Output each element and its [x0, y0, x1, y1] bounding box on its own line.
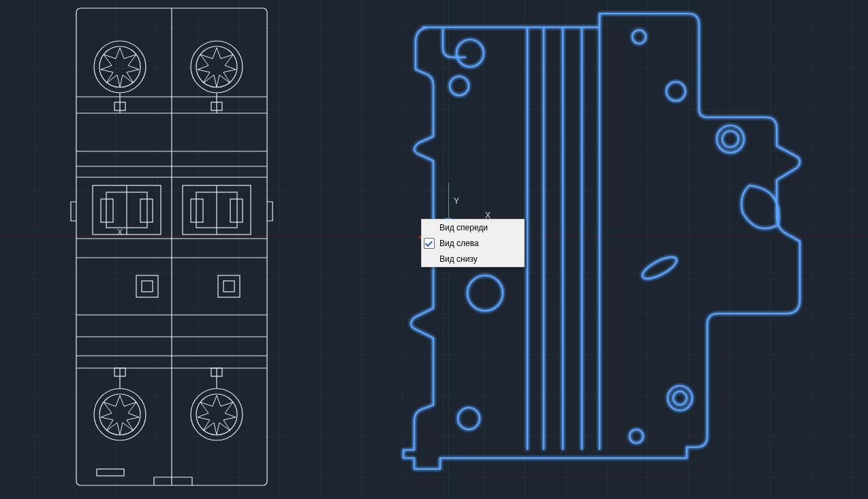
svg-point-55	[717, 125, 744, 153]
svg-point-53	[632, 30, 646, 44]
svg-point-17	[196, 46, 237, 87]
svg-point-50	[450, 76, 469, 95]
svg-rect-24	[101, 199, 113, 222]
svg-rect-31	[136, 275, 158, 297]
svg-rect-29	[191, 199, 203, 222]
context-menu-label: Вид слева	[437, 239, 524, 248]
context-menu-item-left[interactable]: Вид слева	[422, 235, 524, 251]
view-context-menu[interactable]: Вид спереди Вид слева Вид снизу	[421, 219, 525, 267]
svg-point-14	[99, 46, 140, 87]
svg-rect-43	[97, 469, 124, 476]
svg-point-36	[99, 394, 140, 435]
svg-rect-34	[223, 281, 234, 292]
context-menu-label: Вид спереди	[437, 223, 524, 232]
svg-rect-25	[140, 199, 153, 222]
svg-point-58	[668, 386, 692, 410]
svg-point-54	[666, 82, 685, 101]
svg-rect-32	[142, 281, 153, 292]
svg-point-56	[722, 131, 739, 147]
svg-point-51	[467, 275, 503, 311]
checkbox-slot	[422, 238, 437, 249]
svg-point-49	[456, 40, 484, 67]
svg-point-52	[458, 408, 480, 429]
svg-rect-30	[230, 199, 243, 222]
svg-point-39	[196, 394, 237, 435]
context-menu-item-bottom[interactable]: Вид снизу	[422, 251, 524, 267]
check-icon	[424, 238, 435, 249]
context-menu-label: Вид снизу	[437, 254, 524, 264]
svg-point-60	[630, 429, 643, 443]
front-view-x-label: X	[117, 228, 123, 237]
context-menu-item-front[interactable]: Вид спереди	[422, 220, 524, 235]
svg-point-57	[640, 253, 680, 283]
svg-point-59	[673, 391, 687, 405]
drawing-front-view[interactable]	[71, 8, 273, 485]
svg-rect-33	[218, 275, 240, 297]
